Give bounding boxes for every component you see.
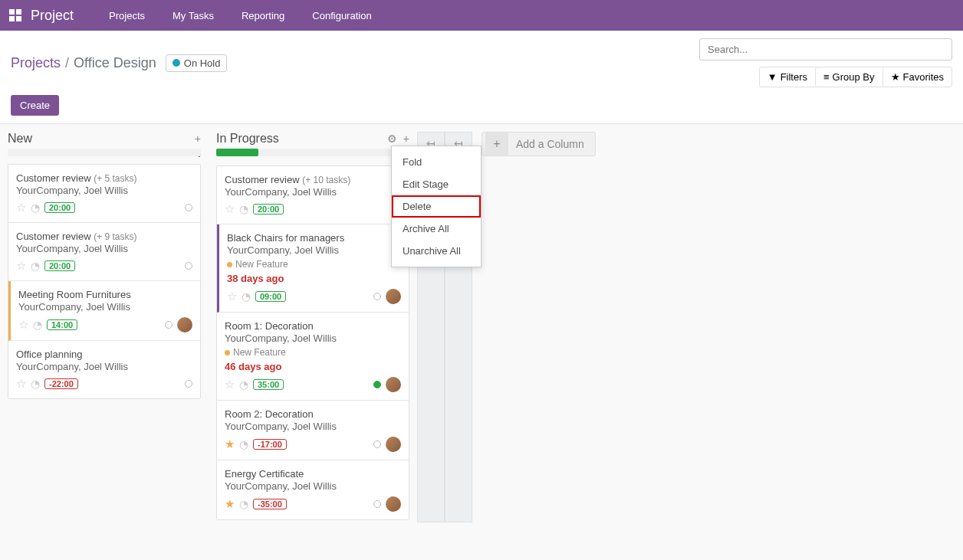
clock-icon: ◔ xyxy=(31,260,40,272)
kanban-card[interactable]: Customer review (+ 10 tasks) YourCompany… xyxy=(217,166,409,224)
status-dot-icon xyxy=(173,59,180,67)
add-column-label: Add a Column xyxy=(516,138,584,150)
clock-icon: ◔ xyxy=(31,201,40,214)
status-circle[interactable] xyxy=(185,380,192,388)
time-pill: -17:00 xyxy=(253,439,287,450)
filters-button[interactable]: ▼Filters xyxy=(760,67,815,87)
kanban-card[interactable]: Black Chairs for managers YourCompany, J… xyxy=(217,224,409,313)
star-icon[interactable]: ★ xyxy=(225,437,235,451)
funnel-icon: ▼ xyxy=(767,71,777,83)
group-by-button[interactable]: ≡Group By xyxy=(815,67,882,87)
kanban-board: New + 4 Customer review (+ 5 tasks) Your… xyxy=(0,123,963,560)
nav-configuration[interactable]: Configuration xyxy=(298,10,385,21)
time-pill: 14:00 xyxy=(47,319,77,330)
gear-icon[interactable]: ⚙ xyxy=(387,133,397,145)
add-card-icon[interactable]: + xyxy=(403,133,409,145)
status-circle[interactable] xyxy=(373,500,381,508)
time-pill: 09:00 xyxy=(255,291,286,302)
column-title: New xyxy=(8,132,195,146)
dropdown-edit-stage[interactable]: Edit Stage xyxy=(392,173,481,195)
kanban-card[interactable]: Room 1: Decoration YourCompany, Joel Wil… xyxy=(217,313,409,401)
plus-icon: + xyxy=(485,133,508,156)
clock-icon: ◔ xyxy=(31,378,40,390)
clock-icon: ◔ xyxy=(239,438,248,450)
star-icon[interactable]: ★ xyxy=(225,497,235,511)
kanban-card[interactable]: Customer review (+ 5 tasks) YourCompany,… xyxy=(8,165,200,223)
status-label: On Hold xyxy=(184,57,221,69)
column-dropdown: Fold Edit Stage Delete Archive All Unarc… xyxy=(391,146,482,267)
create-button[interactable]: Create xyxy=(11,95,59,116)
star-icon: ★ xyxy=(891,71,900,83)
add-card-icon[interactable]: + xyxy=(195,133,201,145)
column-title: In Progress xyxy=(216,132,387,146)
apps-icon[interactable] xyxy=(9,9,21,21)
column-progress xyxy=(8,149,201,156)
status-circle[interactable] xyxy=(373,293,381,300)
breadcrumb-sep: / xyxy=(65,55,69,71)
avatar[interactable] xyxy=(386,289,401,304)
star-icon[interactable]: ☆ xyxy=(225,202,235,216)
avatar[interactable] xyxy=(386,377,401,392)
star-icon[interactable]: ☆ xyxy=(227,290,237,303)
time-pill: 20:00 xyxy=(44,260,75,271)
kanban-card[interactable]: Customer review (+ 9 tasks) YourCompany,… xyxy=(8,223,200,281)
avatar[interactable] xyxy=(386,496,401,512)
dropdown-archive-all[interactable]: Archive All xyxy=(392,218,481,240)
clock-icon: ◔ xyxy=(239,203,248,215)
breadcrumb-projects[interactable]: Projects xyxy=(11,55,61,71)
clock-icon: ◔ xyxy=(242,290,251,303)
column-in-progress: In Progress ⚙ + Fold Edit Stage Delete A… xyxy=(209,127,417,525)
star-icon[interactable]: ☆ xyxy=(16,201,26,215)
time-pill: 35:00 xyxy=(253,379,284,390)
dropdown-delete[interactable]: Delete xyxy=(392,195,481,218)
status-circle[interactable] xyxy=(373,381,381,388)
status-circle[interactable] xyxy=(165,321,173,329)
status-circle[interactable] xyxy=(373,440,381,448)
star-icon[interactable]: ☆ xyxy=(16,377,26,391)
avatar[interactable] xyxy=(386,437,401,452)
nav-reporting[interactable]: Reporting xyxy=(228,10,298,21)
dropdown-unarchive-all[interactable]: Unarchive All xyxy=(392,240,481,262)
add-column-button[interactable]: + Add a Column xyxy=(482,132,596,156)
card-age: 46 days ago xyxy=(225,361,401,372)
column-new: New + 4 Customer review (+ 5 tasks) Your… xyxy=(0,127,209,404)
time-pill: -22:00 xyxy=(44,378,78,389)
nav-projects[interactable]: Projects xyxy=(95,10,159,21)
avatar[interactable] xyxy=(177,317,192,332)
kanban-card[interactable]: Energy Certificate YourCompany, Joel Wil… xyxy=(217,460,409,519)
card-age: 38 days ago xyxy=(227,273,401,284)
column-progress xyxy=(216,149,409,156)
time-pill: -35:00 xyxy=(253,499,287,509)
list-icon: ≡ xyxy=(823,71,830,83)
top-navbar: Project Projects My Tasks Reporting Conf… xyxy=(0,0,963,31)
clock-icon: ◔ xyxy=(33,319,42,331)
dropdown-fold[interactable]: Fold xyxy=(392,151,481,173)
star-icon[interactable]: ☆ xyxy=(225,378,235,391)
star-icon[interactable]: ☆ xyxy=(18,318,28,332)
kanban-card[interactable]: Meeting Room Furnitures YourCompany, Joe… xyxy=(8,281,200,341)
status-circle[interactable] xyxy=(185,262,192,270)
kanban-card[interactable]: Office planning YourCompany, Joel Willis… xyxy=(8,341,200,398)
status-circle[interactable] xyxy=(185,204,192,211)
clock-icon: ◔ xyxy=(239,498,248,510)
clock-icon: ◔ xyxy=(239,378,248,391)
search-input[interactable] xyxy=(699,38,952,61)
time-pill: 20:00 xyxy=(253,204,284,215)
favorites-button[interactable]: ★Favorites xyxy=(882,67,951,87)
app-title: Project xyxy=(31,8,74,24)
kanban-card[interactable]: Room 2: Decoration YourCompany, Joel Wil… xyxy=(217,401,409,460)
breadcrumb-current: Office Design xyxy=(74,55,156,71)
filter-group: ▼Filters ≡Group By ★Favorites xyxy=(759,67,952,87)
breadcrumb: Projects / Office Design xyxy=(11,55,156,71)
star-icon[interactable]: ☆ xyxy=(16,259,26,273)
nav-my-tasks[interactable]: My Tasks xyxy=(159,10,228,21)
status-pill[interactable]: On Hold xyxy=(166,54,228,72)
time-pill: 20:00 xyxy=(44,202,75,213)
